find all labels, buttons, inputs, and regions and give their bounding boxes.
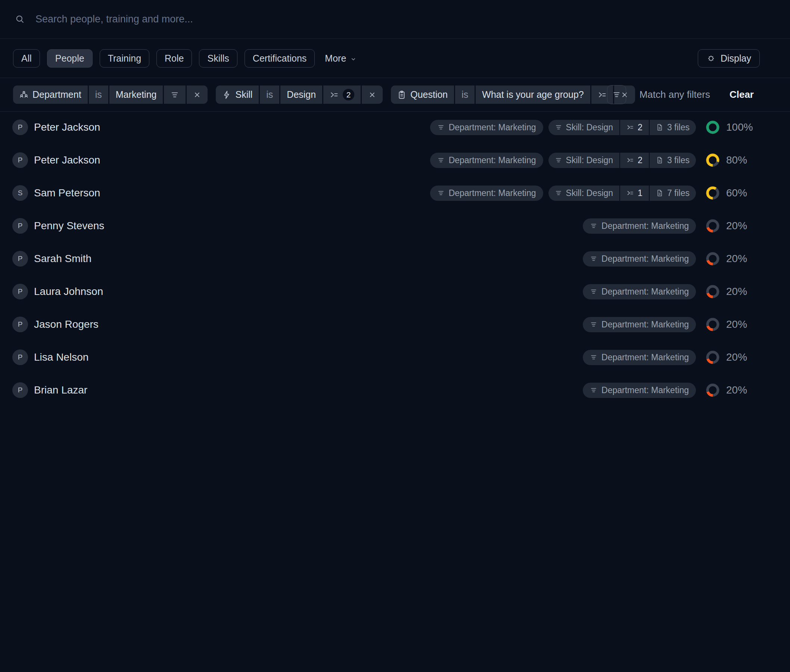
skill-badge[interactable]: Skill: Design	[549, 153, 620, 168]
skill-count-badge[interactable]: 2	[620, 153, 649, 168]
filter-chip-options[interactable]	[164, 85, 186, 104]
skill-badge-group: Skill: Design23 files	[549, 153, 696, 168]
person-name: Lisa Nelson	[34, 351, 88, 363]
tab-certifications[interactable]: Certifications	[245, 49, 315, 67]
tab-training[interactable]: Training	[100, 49, 149, 67]
avatar: S	[12, 185, 28, 201]
completion-percent: 20%	[726, 286, 747, 298]
filter-count-badge: 2	[343, 89, 354, 101]
person-row[interactable]: PJason RogersDepartment: Marketing 20%	[0, 308, 790, 341]
person-row[interactable]: PBrian LazarDepartment: Marketing 20%	[0, 374, 790, 406]
expand-icon	[329, 90, 339, 99]
completion-percent: 60%	[726, 187, 747, 199]
department-badge[interactable]: Department: Marketing	[430, 153, 543, 168]
filter-chip-operator[interactable]: is	[260, 85, 279, 104]
question-icon	[397, 90, 406, 99]
search-input[interactable]	[35, 13, 775, 26]
filter-chip-remove[interactable]	[362, 85, 383, 104]
person-row[interactable]: PLaura JohnsonDepartment: Marketing 20%	[0, 275, 790, 308]
department-badge[interactable]: Department: Marketing	[583, 284, 696, 299]
filter-chip-operator[interactable]: is	[455, 85, 475, 104]
skill-badge-group: Skill: Design17 files	[549, 186, 696, 201]
filter-field-label: Department	[32, 89, 82, 100]
row-badges: Department: Marketing	[583, 251, 696, 267]
files-badge[interactable]: 3 files	[649, 153, 696, 168]
filter-chip-options[interactable]: 2	[323, 85, 361, 104]
filter-field-label: Question	[410, 89, 448, 100]
filter-chip-field[interactable]: Skill	[216, 85, 259, 104]
department-badge[interactable]: Department: Marketing	[583, 317, 696, 332]
filter-icon	[555, 189, 562, 197]
filter-icon	[590, 222, 597, 230]
skill-badge[interactable]: Skill: Design	[549, 186, 620, 201]
department-badge[interactable]: Department: Marketing	[583, 251, 696, 267]
skill-count-badge[interactable]: 1	[620, 186, 649, 201]
filter-icon	[437, 157, 445, 164]
department-icon	[19, 90, 28, 99]
add-filter-button[interactable]	[607, 85, 626, 104]
filter-chip-value[interactable]: Design	[280, 85, 322, 104]
display-button[interactable]: Display	[698, 49, 760, 67]
filter-icon	[590, 354, 597, 361]
filter-icon	[590, 321, 597, 328]
search-icon	[15, 14, 25, 24]
tab-people[interactable]: People	[47, 49, 93, 67]
filter-chip-remove[interactable]	[187, 85, 208, 104]
person-row[interactable]: PPenny StevensDepartment: Marketing 20%	[0, 210, 790, 242]
filter-chip-field[interactable]: Question	[391, 85, 454, 104]
filter-chip-field[interactable]: Department	[13, 85, 88, 104]
files-badge-label: 7 files	[667, 188, 689, 198]
skill-badge[interactable]: Skill: Design	[549, 120, 620, 135]
clear-filters-button[interactable]: Clear	[729, 89, 754, 101]
skill-count-badge[interactable]: 2	[620, 120, 649, 135]
files-badge[interactable]: 3 files	[649, 120, 696, 135]
department-badge[interactable]: Department: Marketing	[583, 382, 696, 398]
filter-field-label: Skill	[235, 89, 253, 100]
department-badge[interactable]: Department: Marketing	[430, 186, 543, 201]
person-row[interactable]: PLisa NelsonDepartment: Marketing 20%	[0, 341, 790, 374]
person-name: Sam Peterson	[34, 187, 100, 199]
avatar: P	[12, 382, 28, 398]
completion: 20%	[705, 219, 759, 233]
completion: 20%	[705, 252, 759, 266]
tab-more[interactable]: More	[325, 53, 357, 64]
avatar: P	[12, 284, 28, 299]
person-name: Sarah Smith	[34, 253, 91, 265]
person-name: Brian Lazar	[34, 384, 87, 396]
department-badge[interactable]: Department: Marketing	[583, 350, 696, 365]
search-bar	[0, 0, 790, 39]
person-name: Laura Johnson	[34, 286, 103, 298]
department-badge[interactable]: Department: Marketing	[430, 120, 543, 135]
filter-value-label: Marketing	[116, 89, 157, 100]
chevron-down-icon	[350, 56, 357, 62]
person-row[interactable]: PPeter JacksonDepartment: MarketingSkill…	[0, 111, 790, 144]
filter-chip-value[interactable]: Marketing	[109, 85, 163, 104]
person-name: Penny Stevens	[34, 220, 104, 232]
tab-role[interactable]: Role	[157, 49, 192, 67]
files-badge[interactable]: 7 files	[649, 186, 696, 201]
person-row[interactable]: SSam PetersonDepartment: MarketingSkill:…	[0, 177, 790, 210]
filter-chips: DepartmentisMarketingSkillisDesign2Quest…	[13, 85, 599, 104]
person-row[interactable]: PPeter JacksonDepartment: MarketingSkill…	[0, 144, 790, 177]
tab-skills[interactable]: Skills	[199, 49, 237, 67]
filter-chip-value[interactable]: What is your age group?	[476, 85, 590, 104]
skill-count-value: 1	[638, 188, 643, 198]
avatar: P	[12, 120, 28, 135]
expand-icon	[627, 189, 634, 197]
row-badges: Department: Marketing	[583, 317, 696, 332]
row-badges: Department: Marketing	[583, 218, 696, 234]
department-badge-label: Department: Marketing	[449, 155, 536, 165]
person-name: Peter Jackson	[34, 154, 100, 166]
filter-chip-operator[interactable]: is	[89, 85, 108, 104]
match-any-filters-toggle[interactable]: Match any filters	[640, 89, 710, 101]
close-icon	[368, 91, 376, 99]
completion-percent: 20%	[726, 351, 747, 363]
row-badges: Department: MarketingSkill: Design17 fil…	[430, 186, 696, 201]
files-badge-label: 3 files	[667, 155, 689, 165]
tab-all[interactable]: All	[13, 49, 40, 67]
department-badge[interactable]: Department: Marketing	[583, 218, 696, 234]
completion: 100%	[705, 120, 759, 134]
people-results-list: PPeter JacksonDepartment: MarketingSkill…	[0, 111, 790, 406]
skill-count-value: 2	[638, 122, 643, 133]
person-row[interactable]: PSarah SmithDepartment: Marketing 20%	[0, 242, 790, 275]
